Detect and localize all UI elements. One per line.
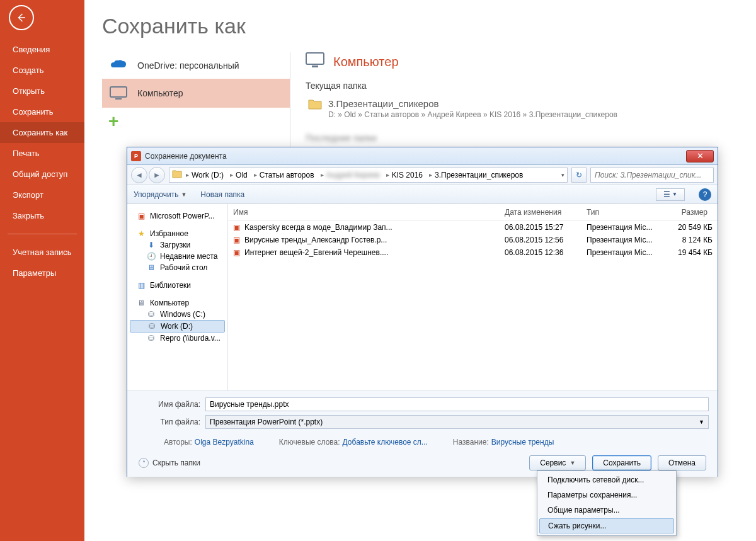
nav-back-button[interactable]: ◄ — [131, 167, 147, 183]
current-folder-item[interactable]: 3.Презентации_спикеров D: » Old » Статьи… — [306, 94, 738, 123]
onedrive-icon — [108, 60, 129, 71]
col-type[interactable]: Тип — [587, 208, 662, 217]
filename-label: Имя файла: — [136, 400, 205, 409]
pptx-icon: ▣ — [233, 248, 244, 257]
add-place-icon[interactable]: + — [108, 111, 290, 132]
sidebar-item[interactable]: Закрыть — [0, 205, 84, 226]
authors-label: Авторы: — [164, 438, 192, 447]
menu-item[interactable]: Параметры сохранения... — [539, 487, 675, 503]
tree-node[interactable]: ⛁Work (D:) — [130, 320, 225, 333]
refresh-icon: ↻ — [576, 171, 582, 179]
view-options-button[interactable]: ☰▼ — [656, 188, 685, 201]
arrow-left-icon: ◄ — [135, 171, 143, 179]
nav-forward-button[interactable]: ► — [149, 167, 165, 183]
tree-computer[interactable]: 🖥Компьютер — [127, 297, 227, 309]
tree-node[interactable]: 🕘Недавние места — [127, 251, 227, 262]
folder-icon — [308, 98, 322, 112]
file-list: Имя Дата изменения Тип Размер ▣Kaspersky… — [228, 204, 718, 390]
breadcrumb-segment[interactable]: ▸3.Презентации_спикеров — [427, 171, 525, 179]
chevron-right-icon: ▸ — [386, 171, 389, 178]
tree-node[interactable]: ⬇Загрузки — [127, 239, 227, 251]
breadcrumb-segment[interactable]: ▸Old — [227, 171, 250, 179]
sidebar-item[interactable]: Печать — [0, 143, 84, 164]
tree-libraries[interactable]: ▥Библиотеки — [127, 280, 227, 291]
file-row[interactable]: ▣Kaspersky всегда в моде_Владимир Зап...… — [228, 221, 718, 234]
pptx-icon: ▣ — [233, 236, 244, 244]
chevron-right-icon: ▸ — [321, 171, 324, 178]
file-row[interactable]: ▣Интернет вещей-2_Евгений Черешнев....06… — [228, 246, 718, 259]
current-folder-path: D: » Old » Статьи авторов » Андрей Кирее… — [328, 110, 617, 119]
chevron-down-icon: ▼ — [699, 419, 704, 425]
sidebar-item[interactable]: Учетная запись — [0, 242, 84, 263]
breadcrumb[interactable]: ▸Work (D:)▸Old▸Статьи авторов▸Андрей Кир… — [169, 168, 568, 183]
folder-tree: ▣Microsoft PowerP... ★Избранное ⬇Загрузк… — [127, 204, 228, 390]
tree-favorites[interactable]: ★Избранное — [127, 228, 227, 239]
breadcrumb-segment[interactable]: ▸Work (D:) — [183, 171, 226, 179]
tree-powerpoint[interactable]: ▣Microsoft PowerP... — [127, 210, 227, 222]
col-date[interactable]: Дата изменения — [505, 208, 587, 217]
place-label: OneDrive: персональный — [137, 60, 239, 71]
authors-value[interactable]: Olga Bezpyatkina — [195, 438, 254, 447]
filename-input[interactable] — [205, 397, 709, 411]
list-icon: ☰ — [663, 190, 670, 199]
chevron-right-icon: ▸ — [254, 171, 257, 178]
hide-folders-toggle[interactable]: ˄ Скрыть папки — [139, 458, 200, 468]
page-title: Сохранить как — [102, 14, 738, 38]
filetype-combo[interactable]: Презентация PowerPoint (*.pptx)▼ — [205, 415, 709, 429]
svg-rect-1 — [115, 98, 122, 100]
dialog-titlebar[interactable]: P Сохранение документа ✕ — [127, 147, 718, 165]
computer-icon — [306, 52, 324, 72]
col-name[interactable]: Имя — [233, 208, 505, 217]
backstage-sidebar: СведенияСоздатьОткрытьСохранитьСохранить… — [0, 0, 84, 541]
close-button[interactable]: ✕ — [686, 150, 714, 162]
new-folder-button[interactable]: Новая папка — [200, 190, 244, 199]
place-item[interactable]: Компьютер — [102, 79, 290, 108]
tools-button[interactable]: Сервис▼ — [529, 455, 586, 470]
back-button[interactable] — [9, 5, 34, 30]
sidebar-item[interactable]: Общий доступ — [0, 164, 84, 185]
breadcrumb-segment[interactable]: ▸KIS 2016 — [384, 171, 425, 179]
file-row[interactable]: ▣Вирусные тренды_Александр Гостев.p...06… — [228, 234, 718, 246]
current-folder-name: 3.Презентации_спикеров — [328, 98, 617, 109]
powerpoint-icon: P — [131, 151, 141, 161]
menu-item[interactable]: Подключить сетевой диск... — [539, 472, 675, 487]
chevron-up-icon: ˄ — [139, 458, 149, 468]
menu-item[interactable]: Общие параметры... — [539, 503, 675, 518]
search-box[interactable] — [590, 168, 714, 183]
tree-node[interactable]: ⛁Repro (\\burda.v... — [127, 333, 227, 344]
svg-rect-0 — [110, 87, 127, 97]
place-item[interactable]: OneDrive: персональный — [102, 52, 290, 79]
recent-folders-label: Последние папки — [306, 133, 738, 143]
refresh-button[interactable]: ↻ — [571, 168, 587, 183]
chevron-right-icon: ▸ — [230, 171, 233, 178]
svg-rect-3 — [312, 65, 318, 67]
organize-button[interactable]: Упорядочить▼ — [134, 190, 186, 199]
search-input[interactable] — [590, 168, 714, 183]
breadcrumb-segment[interactable]: ▸Андрей Киреев — [318, 171, 382, 179]
help-button[interactable]: ? — [699, 188, 711, 201]
chevron-down-icon: ▼ — [570, 460, 575, 466]
menu-item[interactable]: Сжать рисунки... — [539, 518, 674, 533]
svg-rect-2 — [306, 53, 324, 64]
sidebar-item[interactable]: Сведения — [0, 39, 84, 60]
sidebar-item[interactable]: Открыть — [0, 81, 84, 101]
doc-title-label: Название: — [453, 438, 489, 447]
folder-icon — [172, 169, 182, 180]
doc-title-value[interactable]: Вирусные тренды — [491, 438, 554, 447]
filetype-label: Тип файла: — [136, 418, 205, 426]
dialog-title: Сохранение документа — [145, 152, 686, 161]
sidebar-item[interactable]: Создать — [0, 60, 84, 81]
computer-icon — [108, 86, 129, 100]
keywords-value[interactable]: Добавьте ключевое сл... — [343, 438, 428, 447]
sidebar-item[interactable]: Сохранить как — [0, 122, 84, 143]
breadcrumb-segment[interactable]: ▸Статьи авторов — [251, 171, 317, 179]
sidebar-item[interactable]: Экспорт — [0, 185, 84, 205]
tree-node[interactable]: 🖥Рабочий стол — [127, 262, 227, 273]
sidebar-item[interactable]: Сохранить — [0, 101, 84, 122]
arrow-right-icon: ► — [153, 171, 161, 179]
save-button[interactable]: Сохранить — [592, 455, 651, 470]
tree-node[interactable]: ⛁Windows (C:) — [127, 309, 227, 320]
sidebar-item[interactable]: Параметры — [0, 263, 84, 283]
cancel-button[interactable]: Отмена — [658, 455, 706, 470]
col-size[interactable]: Размер — [662, 208, 713, 217]
